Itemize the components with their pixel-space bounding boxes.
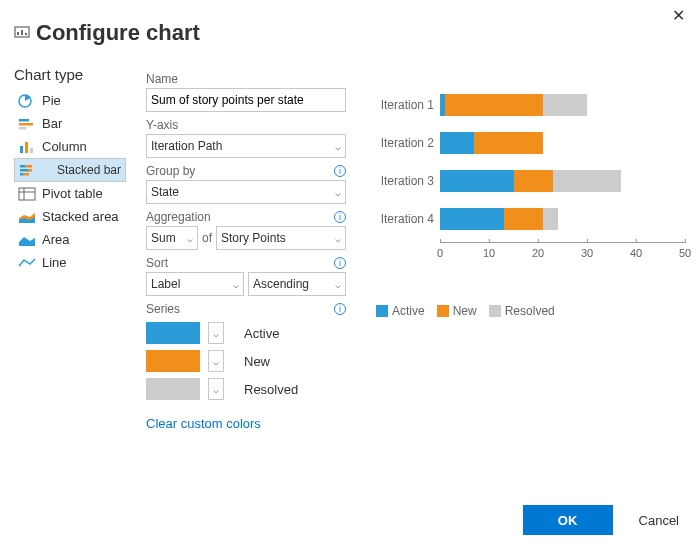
legend-label: Active: [392, 304, 425, 318]
axis-tick: 30: [581, 243, 593, 259]
svg-rect-5: [19, 119, 29, 122]
series-color-swatch[interactable]: [146, 322, 200, 344]
info-icon[interactable]: i: [334, 257, 346, 269]
sort-dir-select[interactable]: Ascending ⌵: [248, 272, 346, 296]
svg-rect-3: [25, 33, 27, 35]
bar-segment-new: [474, 132, 543, 154]
yaxis-label: Y-axis: [146, 118, 178, 132]
bar-icon: [18, 117, 36, 131]
name-input[interactable]: [146, 88, 346, 112]
axis-tick: 40: [630, 243, 642, 259]
preview-bar-row: Iteration 2: [366, 124, 685, 162]
chart-type-label: Stacked area: [42, 209, 119, 224]
chart-type-stackedbar[interactable]: Stacked bar: [14, 158, 126, 182]
sort-by-select[interactable]: Label ⌵: [146, 272, 244, 296]
svg-rect-6: [19, 123, 33, 126]
line-icon: [18, 256, 36, 270]
chart-type-area[interactable]: Area: [14, 228, 126, 251]
svg-rect-11: [20, 165, 25, 168]
svg-rect-10: [30, 148, 33, 153]
chevron-down-icon: ⌵: [335, 141, 341, 152]
chart-type-pie[interactable]: Pie: [14, 89, 126, 112]
bar-segment-resolved: [543, 208, 558, 230]
aggregation-func-select[interactable]: Sum ⌵: [146, 226, 198, 250]
svg-rect-12: [25, 165, 32, 168]
info-icon[interactable]: i: [334, 211, 346, 223]
chart-type-label: Stacked bar: [57, 163, 121, 177]
bar-category-label: Iteration 3: [366, 174, 434, 188]
legend-item-resolved: Resolved: [489, 304, 555, 318]
chart-type-pivot[interactable]: Pivot table: [14, 182, 126, 205]
svg-rect-15: [20, 173, 23, 176]
svg-rect-8: [20, 146, 23, 153]
bar-segment-active: [440, 208, 504, 230]
chevron-down-icon: ⌵: [335, 187, 341, 198]
chevron-down-icon: ⌵: [187, 233, 193, 244]
chart-type-line[interactable]: Line: [14, 251, 126, 274]
chart-type-label: Pie: [42, 93, 61, 108]
info-icon[interactable]: i: [334, 165, 346, 177]
svg-rect-1: [17, 32, 19, 35]
series-color-dropdown[interactable]: ⌵: [208, 350, 224, 372]
axis-tick: 0: [437, 243, 443, 259]
chevron-down-icon: ⌵: [335, 279, 341, 290]
series-color-swatch[interactable]: [146, 350, 200, 372]
svg-rect-13: [20, 169, 28, 172]
preview-bar-row: Iteration 4: [366, 200, 685, 238]
preview-bar-row: Iteration 1: [366, 86, 685, 124]
chart-type-stackedarea[interactable]: Stacked area: [14, 205, 126, 228]
chart-config-icon: [14, 24, 30, 43]
bar-category-label: Iteration 1: [366, 98, 434, 112]
groupby-label: Group by: [146, 164, 195, 178]
legend-item-active: Active: [376, 304, 425, 318]
stackedarea-icon: [18, 210, 36, 224]
chart-type-column[interactable]: Column: [14, 135, 126, 158]
chart-type-label: Column: [42, 139, 87, 154]
legend-item-new: New: [437, 304, 477, 318]
chart-type-list: Chart type PieBarColumnStacked barPivot …: [14, 66, 126, 431]
series-row: ⌵Resolved: [146, 378, 346, 400]
axis-tick: 50: [679, 243, 691, 259]
ok-button[interactable]: OK: [523, 505, 613, 535]
series-label: Series: [146, 302, 180, 316]
series-row: ⌵Active: [146, 322, 346, 344]
svg-rect-9: [25, 142, 28, 153]
legend-label: New: [453, 304, 477, 318]
bar-segment-new: [504, 208, 543, 230]
bar-segment-active: [440, 132, 474, 154]
axis-tick: 20: [532, 243, 544, 259]
aggregation-field-select[interactable]: Story Points ⌵: [216, 226, 346, 250]
chart-type-label: Area: [42, 232, 69, 247]
bar-category-label: Iteration 2: [366, 136, 434, 150]
chart-legend: ActiveNewResolved: [376, 304, 685, 318]
aggregation-of-label: of: [202, 231, 212, 245]
dialog-title: Configure chart: [36, 20, 200, 46]
bar-segment-resolved: [543, 94, 587, 116]
chart-type-label: Line: [42, 255, 67, 270]
pie-icon: [18, 94, 36, 108]
preview-bar-row: Iteration 3: [366, 162, 685, 200]
clear-colors-link[interactable]: Clear custom colors: [146, 416, 261, 431]
cancel-button[interactable]: Cancel: [633, 512, 685, 529]
series-color-swatch[interactable]: [146, 378, 200, 400]
bar-category-label: Iteration 4: [366, 212, 434, 226]
config-form: Name Y-axis Iteration Path ⌵ Group byi S…: [146, 66, 346, 431]
series-color-dropdown[interactable]: ⌵: [208, 322, 224, 344]
groupby-select[interactable]: State ⌵: [146, 180, 346, 204]
series-color-dropdown[interactable]: ⌵: [208, 378, 224, 400]
legend-swatch: [489, 305, 501, 317]
sort-label: Sort: [146, 256, 168, 270]
svg-rect-2: [21, 30, 23, 35]
chart-type-bar[interactable]: Bar: [14, 112, 126, 135]
svg-rect-17: [19, 188, 35, 200]
close-icon[interactable]: ✕: [672, 6, 685, 25]
chart-type-heading: Chart type: [14, 66, 126, 83]
yaxis-select[interactable]: Iteration Path ⌵: [146, 134, 346, 158]
name-label: Name: [146, 72, 346, 86]
chevron-down-icon: ⌵: [233, 279, 239, 290]
series-name: Active: [244, 326, 279, 341]
info-icon[interactable]: i: [334, 303, 346, 315]
legend-swatch: [376, 305, 388, 317]
bar-segment-new: [445, 94, 543, 116]
legend-label: Resolved: [505, 304, 555, 318]
